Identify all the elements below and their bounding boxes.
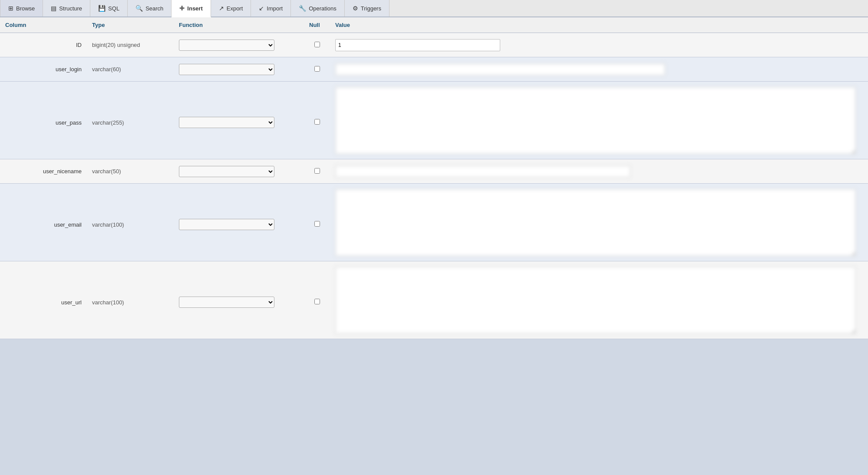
insert-icon: ✛ [179, 5, 185, 12]
fn-cell-user-email [174, 211, 304, 234]
fn-select-user-url[interactable] [179, 297, 274, 308]
sql-icon: 💾 [98, 5, 106, 12]
header-value: Value [330, 20, 868, 30]
fn-cell-id [174, 36, 304, 54]
tab-sql[interactable]: 💾 SQL [90, 0, 128, 16]
header-null: Null [304, 20, 330, 30]
type-user-nicename: varchar(50) [87, 165, 174, 178]
fn-cell-user-pass [174, 109, 304, 132]
tab-bar: ⊞ Browse ▤ Structure 💾 SQL 🔍 Search ✛ In… [0, 0, 868, 17]
null-cell-user-login [304, 63, 330, 76]
tab-search-label: Search [145, 5, 163, 12]
tab-browse-label: Browse [16, 5, 35, 12]
type-user-pass: varchar(255) [87, 112, 174, 129]
value-cell-user-login [330, 60, 868, 79]
fn-cell-user-nicename [174, 162, 304, 181]
export-icon: ↗ [219, 5, 224, 12]
type-id: bigint(20) unsigned [87, 38, 174, 52]
fn-select-user-email[interactable] [179, 219, 274, 230]
header-column: Column [0, 20, 87, 30]
col-user-login: user_login [0, 63, 87, 76]
header-function: Function [174, 20, 304, 30]
structure-icon: ▤ [51, 5, 56, 12]
value-cell-user-pass [330, 82, 868, 159]
tab-structure[interactable]: ▤ Structure [43, 0, 90, 16]
null-checkbox-user-login[interactable] [314, 66, 320, 72]
tab-export-label: Export [227, 5, 243, 12]
type-user-email: varchar(100) [87, 214, 174, 231]
import-icon: ↙ [259, 5, 264, 12]
value-input-user-nicename[interactable] [335, 165, 630, 178]
table-row: user_url varchar(100) [0, 261, 868, 339]
value-cell-user-url [330, 261, 868, 339]
null-cell-id [304, 38, 330, 52]
null-cell-user-url [304, 291, 330, 309]
value-textarea-user-url[interactable] [335, 267, 856, 334]
table-row: user_nicename varchar(50) [0, 159, 868, 184]
fn-cell-user-login [174, 60, 304, 79]
table-row: user_email varchar(100) [0, 184, 868, 261]
tab-triggers-label: Triggers [361, 5, 381, 12]
col-user-url: user_url [0, 291, 87, 309]
null-checkbox-id[interactable] [314, 42, 320, 47]
tab-operations-label: Operations [309, 5, 337, 12]
tab-sql-label: SQL [108, 5, 119, 12]
tab-insert-label: Insert [187, 5, 202, 12]
tab-browse[interactable]: ⊞ Browse [0, 0, 43, 16]
null-checkbox-user-pass[interactable] [314, 119, 320, 125]
data-rows: ID bigint(20) unsigned user_login varcha… [0, 33, 868, 339]
null-checkbox-user-email[interactable] [314, 221, 320, 227]
tab-search[interactable]: 🔍 Search [128, 0, 172, 16]
tab-import[interactable]: ↙ Import [251, 0, 291, 16]
value-textarea-user-pass[interactable] [335, 87, 856, 154]
null-cell-user-nicename [304, 165, 330, 178]
table-row: user_pass varchar(255) [0, 82, 868, 159]
browse-icon: ⊞ [8, 5, 13, 12]
fn-cell-user-url [174, 289, 304, 311]
tab-insert[interactable]: ✛ Insert [172, 0, 211, 17]
tab-structure-label: Structure [59, 5, 82, 12]
header-type: Type [87, 20, 174, 30]
null-checkbox-user-url[interactable] [314, 299, 320, 304]
table-row: ID bigint(20) unsigned [0, 33, 868, 57]
column-headers: Column Type Function Null Value [0, 17, 868, 33]
value-cell-id [330, 36, 868, 55]
fn-select-id[interactable] [179, 40, 274, 51]
triggers-icon: ⚙ [353, 5, 358, 12]
fn-select-user-login[interactable] [179, 64, 274, 75]
tab-triggers[interactable]: ⚙ Triggers [345, 0, 389, 16]
tab-operations[interactable]: 🔧 Operations [291, 0, 345, 16]
col-user-email: user_email [0, 214, 87, 231]
value-cell-user-nicename [330, 162, 868, 181]
value-input-id[interactable] [335, 39, 500, 51]
col-user-nicename: user_nicename [0, 165, 87, 178]
fn-select-user-nicename[interactable] [179, 166, 274, 177]
fn-select-user-pass[interactable] [179, 117, 274, 128]
tab-export[interactable]: ↗ Export [211, 0, 251, 16]
null-cell-user-email [304, 213, 330, 231]
type-user-login: varchar(60) [87, 63, 174, 76]
null-cell-user-pass [304, 111, 330, 129]
table-row: user_login varchar(60) [0, 57, 868, 82]
tab-import-label: Import [267, 5, 283, 12]
col-user-pass: user_pass [0, 112, 87, 129]
value-textarea-user-email[interactable] [335, 189, 856, 256]
search-icon: 🔍 [135, 5, 143, 12]
operations-icon: 🔧 [299, 5, 306, 12]
value-cell-user-email [330, 184, 868, 261]
value-input-user-login[interactable] [335, 63, 665, 76]
col-id: ID [0, 38, 87, 52]
null-checkbox-user-nicename[interactable] [314, 168, 320, 174]
type-user-url: varchar(100) [87, 291, 174, 309]
